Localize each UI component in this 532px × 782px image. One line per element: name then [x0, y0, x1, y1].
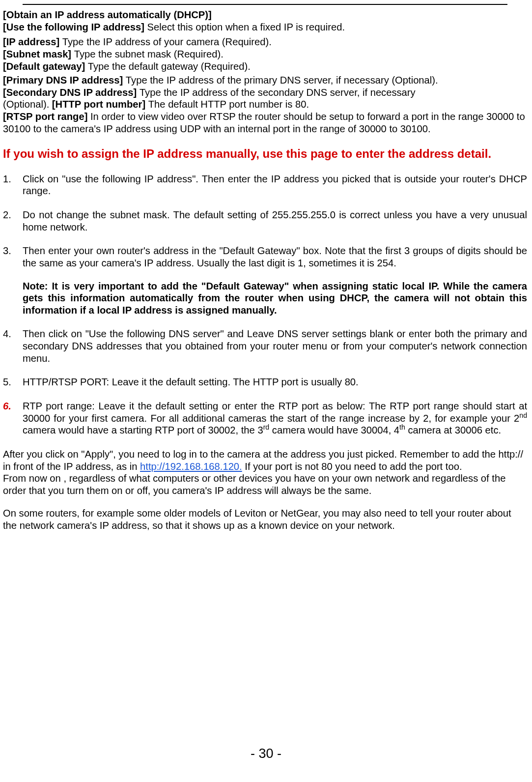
- step-5-text: HTTP/RTSP PORT: Leave it the default set…: [23, 377, 359, 387]
- def-gateway: [Default gateway] Type the default gatew…: [3, 60, 527, 73]
- step-4-text: Then click on "Use the following DNS ser…: [23, 328, 527, 363]
- step-6-a: RTP port range: Leave it the default set…: [23, 401, 527, 424]
- def-useip-desc: Select this option when a fixed IP is re…: [147, 22, 345, 32]
- def-ip: [IP address] Type the IP address of your…: [3, 36, 527, 48]
- example-url-link[interactable]: http://192.168.168.120.: [140, 461, 242, 472]
- def-pdns-label: [Primary DNS IP address]: [3, 75, 126, 86]
- def-dhcp: [Obtain an IP address automatically (DHC…: [3, 9, 527, 21]
- step-6-rd: rd: [263, 424, 270, 432]
- after-p3: On some routers, for example some older …: [3, 507, 527, 531]
- def-http-label: [HTTP port number]: [52, 99, 148, 110]
- def-ip-desc: Type the IP address of your camera (Requ…: [62, 36, 272, 47]
- step-2: Do not change the subnet mask. The defau…: [3, 209, 527, 233]
- def-pdns: [Primary DNS IP address] Type the IP add…: [3, 74, 527, 87]
- def-gateway-label: [Default gateway]: [3, 61, 88, 72]
- def-ip-label: [IP address]: [3, 36, 62, 47]
- step-1-text: Click on "use the following IP address".…: [23, 174, 527, 197]
- def-sdns-desc1: Type the IP address of the secondary DNS…: [140, 87, 416, 98]
- def-subnet-label: [Subnet mask]: [3, 49, 74, 59]
- step-2-text: Do not change the subnet mask. The defau…: [23, 209, 527, 232]
- top-rule: [23, 4, 507, 5]
- def-subnet: [Subnet mask] Type the subnet mask (Requ…: [3, 48, 527, 60]
- page-container: [Obtain an IP address automatically (DHC…: [0, 0, 532, 782]
- def-dhcp-label: [Obtain an IP address automatically (DHC…: [3, 9, 212, 20]
- steps-list: Click on "use the following IP address".…: [3, 173, 527, 436]
- step-3: Then enter your own router's address in …: [3, 245, 527, 316]
- def-sdns: [Secondary DNS IP address] Type the IP a…: [3, 87, 527, 99]
- def-useip-label: [Use the following IP address]: [3, 22, 147, 32]
- step-3-text: Then enter your own router's address in …: [23, 245, 527, 268]
- def-sdns-opt: (Optional).: [3, 99, 52, 110]
- after-p1: After you click on "Apply", you need to …: [3, 448, 527, 472]
- step-6: RTP port range: Leave it the default set…: [3, 400, 527, 436]
- step-6-th: th: [399, 424, 405, 432]
- def-useip: [Use the following IP address] Select th…: [3, 21, 527, 33]
- step-6-b: camera would have a starting RTP port of…: [23, 425, 263, 435]
- red-heading: If you wish to assign the IP address man…: [3, 146, 527, 161]
- def-subnet-desc: Type the subnet mask (Required).: [74, 49, 224, 59]
- after-p1-b: If your port is not 80 you need to add t…: [242, 461, 462, 472]
- def-pdns-desc: Type the IP address of the primary DNS s…: [126, 75, 438, 86]
- step-6-c: camera would have 30004, 4: [269, 425, 399, 435]
- step-6-nd: nd: [519, 411, 527, 419]
- def-rtsp: [RTSP port range] In order to view video…: [3, 111, 527, 135]
- step-6-d: camera at 30006 etc.: [405, 425, 501, 435]
- page-number: - 30 -: [0, 746, 532, 761]
- def-sdns-label: [Secondary DNS IP address]: [3, 87, 140, 98]
- def-http-desc: The default HTTP port number is 80.: [148, 99, 309, 110]
- def-sdns-line2: (Optional). [HTTP port number] The defau…: [3, 98, 527, 111]
- step-4: Then click on "Use the following DNS ser…: [3, 328, 527, 364]
- body-text: [Obtain an IP address automatically (DHC…: [3, 9, 527, 532]
- step-5: HTTP/RTSP PORT: Leave it the default set…: [3, 376, 527, 388]
- def-rtsp-label: [RTSP port range]: [3, 111, 90, 122]
- def-gateway-desc: Type the default gateway (Required).: [88, 61, 251, 72]
- step-1: Click on "use the following IP address".…: [3, 173, 527, 197]
- after-p2: From now on , regardless of what compute…: [3, 472, 527, 496]
- step-3-note: Note: It is very important to add the "D…: [23, 280, 527, 317]
